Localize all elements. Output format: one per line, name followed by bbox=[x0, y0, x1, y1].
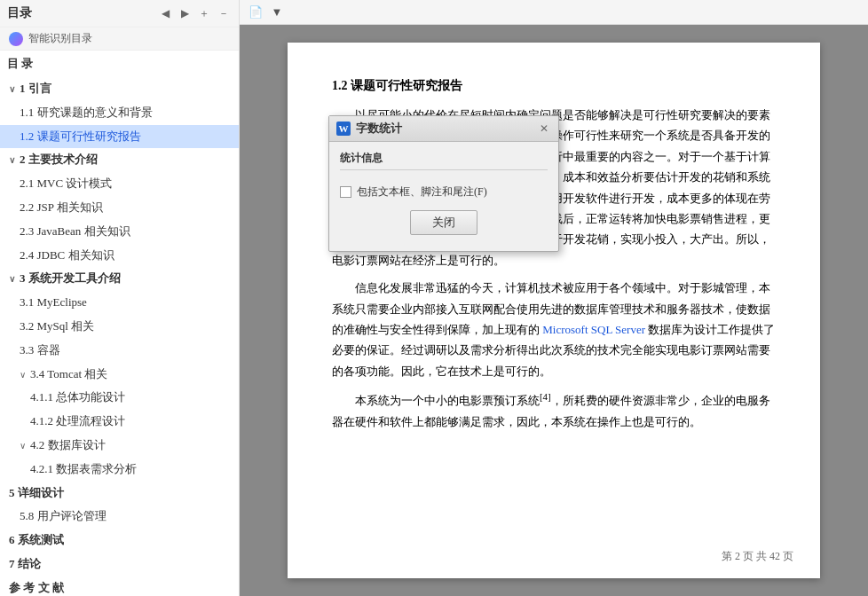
sidebar-tree: ∨1 引言1.1 研究课题的意义和背景1.2 课题可行性研究报告∨2 主要技术介… bbox=[0, 74, 239, 596]
sidebar-item-item-3-4[interactable]: ∨3.4 Tomcat 相关 bbox=[0, 363, 239, 387]
sidebar-item-item-1[interactable]: ∨1 引言 bbox=[0, 77, 239, 101]
sidebar-item-item-3-1[interactable]: 3.1 MyEclipse bbox=[0, 291, 239, 315]
toc-section-label: 目 录 bbox=[0, 51, 239, 74]
sidebar-item-item-5-8[interactable]: 5.8 用户评论管理 bbox=[0, 505, 239, 529]
smart-icon bbox=[9, 32, 23, 46]
sidebar-item-item-7[interactable]: 7 结论 bbox=[0, 553, 239, 576]
dialog-section-label: 统计信息 bbox=[340, 151, 548, 170]
smart-btn-row[interactable]: 智能识别目录 bbox=[0, 27, 239, 51]
doc-area: 📄 ▼ 1.2 课题可行性研究报告 以尽可能小的代价在尽短时间内确定问题是否能够… bbox=[240, 0, 868, 596]
sidebar-item-item-2-1[interactable]: 2.1 MVC 设计模式 bbox=[0, 172, 239, 196]
sidebar-header-icons: ◀ ▶ ＋ － bbox=[157, 5, 232, 21]
sidebar-header: 目录 ◀ ▶ ＋ － bbox=[0, 0, 239, 27]
dialog-titlebar[interactable]: W 字数统计 ✕ bbox=[329, 116, 558, 142]
sidebar-item-item-3-3[interactable]: 3.3 容器 bbox=[0, 339, 239, 363]
sidebar-item-item-4-2[interactable]: ∨4.2 数据库设计 bbox=[0, 434, 239, 458]
sidebar-item-item-2-3[interactable]: 2.3 JavaBean 相关知识 bbox=[0, 220, 239, 244]
word-count-dialog: W 字数统计 ✕ 统计信息 包括文本框、脚注和尾注(F) 关闭 bbox=[328, 115, 559, 252]
dialog-title: 字数统计 bbox=[356, 121, 537, 137]
dialog-footer: 关闭 bbox=[340, 210, 548, 242]
sidebar-item-item-2-4[interactable]: 2.4 JDBC 相关知识 bbox=[0, 244, 239, 268]
sidebar-item-item-6[interactable]: 6 系统测试 bbox=[0, 529, 239, 553]
checkbox-row[interactable]: 包括文本框、脚注和尾注(F) bbox=[340, 184, 548, 200]
sidebar-item-item-5[interactable]: 5 详细设计 bbox=[0, 482, 239, 506]
sidebar-item-item-1-1[interactable]: 1.1 研究课题的意义和背景 bbox=[0, 101, 239, 125]
sidebar-item-item-2[interactable]: ∨2 主要技术介绍 bbox=[0, 148, 239, 172]
main-container: 目录 ◀ ▶ ＋ － 智能识别目录 目 录 ∨1 引言1.1 研究课题的意义和背… bbox=[0, 0, 868, 596]
expand-icon[interactable]: ＋ bbox=[196, 5, 212, 21]
collapse-icon[interactable]: － bbox=[216, 5, 232, 21]
sidebar-item-item-3-2[interactable]: 3.2 MySql 相关 bbox=[0, 315, 239, 339]
sidebar-title: 目录 bbox=[7, 5, 32, 21]
checkbox-label: 包括文本框、脚注和尾注(F) bbox=[357, 184, 487, 200]
sidebar-item-item-4-1-2[interactable]: 4.1.2 处理流程设计 bbox=[0, 410, 239, 434]
sidebar-item-item-1-2[interactable]: 1.2 课题可行性研究报告 bbox=[0, 125, 239, 149]
dialog-body: 统计信息 包括文本框、脚注和尾注(F) 关闭 bbox=[329, 142, 558, 251]
sidebar-item-item-2-2[interactable]: 2.2 JSP 相关知识 bbox=[0, 196, 239, 220]
dialog-close-x-btn[interactable]: ✕ bbox=[537, 122, 551, 136]
include-checkbox[interactable] bbox=[340, 186, 351, 198]
sidebar-item-item-4-1-1[interactable]: 4.1.1 总体功能设计 bbox=[0, 386, 239, 410]
sidebar: 目录 ◀ ▶ ＋ － 智能识别目录 目 录 ∨1 引言1.1 研究课题的意义和背… bbox=[0, 0, 240, 596]
dialog-overlay: W 字数统计 ✕ 统计信息 包括文本框、脚注和尾注(F) 关闭 bbox=[240, 0, 868, 596]
sidebar-item-item-4-2-1[interactable]: 4.2.1 数据表需求分析 bbox=[0, 458, 239, 482]
dialog-w-icon: W bbox=[336, 122, 351, 136]
nav-next-icon[interactable]: ▶ bbox=[177, 5, 193, 21]
sidebar-item-item-3[interactable]: ∨3 系统开发工具介绍 bbox=[0, 267, 239, 291]
sidebar-item-item-ref[interactable]: 参 考 文 献 bbox=[0, 576, 239, 596]
nav-prev-icon[interactable]: ◀ bbox=[157, 5, 173, 21]
smart-btn-label: 智能识别目录 bbox=[28, 31, 92, 46]
dialog-close-button[interactable]: 关闭 bbox=[410, 210, 477, 235]
